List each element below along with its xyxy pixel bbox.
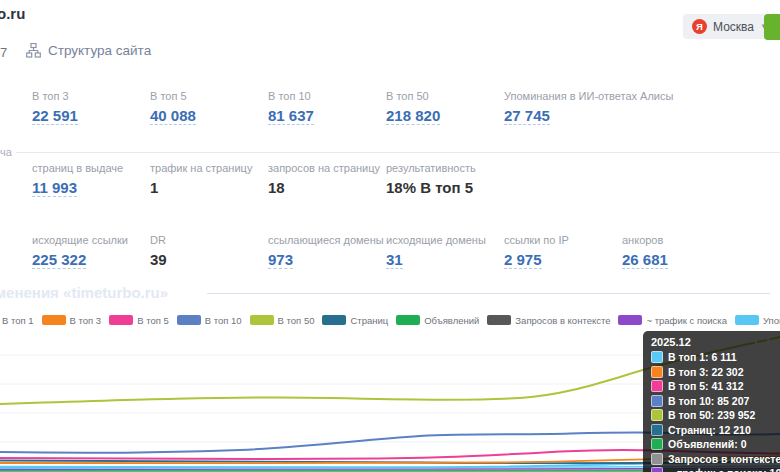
- tooltip-row: ~ трафик с поиска: 10 538: [651, 467, 780, 472]
- stat-item: Упоминания в ИИ-ответах Алисы27 745: [504, 90, 622, 125]
- stat-label: трафик на страницу: [150, 162, 268, 174]
- tooltip-swatch-icon: [651, 380, 663, 392]
- tooltip-swatch-icon: [651, 453, 663, 465]
- tooltip-text: Объявлений: 0: [668, 438, 747, 450]
- legend-item[interactable]: ~ трафик с поиска: [618, 315, 727, 326]
- legend-label: ~ трафик с поиска: [646, 315, 727, 326]
- legend-item[interactable]: В топ 10: [177, 315, 242, 326]
- section-divider-line: [16, 152, 780, 153]
- legend-item[interactable]: Запросов в контексте: [487, 315, 610, 326]
- stat-item: DR39: [150, 234, 268, 269]
- tooltip-swatch-icon: [651, 366, 663, 378]
- stat-item: ссылки по IP2 975: [504, 234, 622, 269]
- legend-swatch-icon: [396, 315, 420, 325]
- tooltip-row: В топ 10: 85 207: [651, 395, 780, 407]
- action-button[interactable]: [764, 14, 780, 40]
- legend-item[interactable]: В топ 50: [250, 315, 315, 326]
- section-title-line: [207, 293, 770, 294]
- stat-value-link[interactable]: 218 820: [386, 107, 440, 125]
- stat-item: исходящие домены31: [386, 234, 504, 269]
- stat-value-link[interactable]: 26 681: [622, 251, 668, 269]
- site-structure-label: Структура сайта: [48, 43, 151, 58]
- stat-item: анкоров26 681: [622, 234, 740, 269]
- legend-swatch-icon: [322, 315, 346, 325]
- tooltip-text: Запросов в контексте: 0: [668, 453, 780, 465]
- stat-label: В топ 10: [268, 90, 386, 102]
- tooltip-text: В топ 3: 22 302: [668, 366, 744, 378]
- tooltip-row: Запросов в контексте: 0: [651, 453, 780, 465]
- stat-item: исходящие ссылки225 322: [32, 234, 150, 269]
- stat-label: В топ 3: [32, 90, 150, 102]
- stat-value-link[interactable]: 31: [386, 251, 403, 269]
- chart-legend: В топ 1В топ 3В топ 5В топ 10В топ 50Стр…: [2, 313, 780, 327]
- legend-swatch-icon: [250, 315, 274, 325]
- tooltip-swatch-icon: [651, 351, 663, 363]
- stats-row-serp: страниц в выдаче11 993трафик на страницу…: [32, 162, 740, 197]
- section-divider-label: ча: [0, 146, 12, 158]
- tooltip-row: Страниц: 12 210: [651, 424, 780, 436]
- tooltip-text: В топ 10: 85 207: [668, 395, 749, 407]
- legend-label: В топ 5: [137, 315, 169, 326]
- tooltip-swatch-icon: [651, 409, 663, 421]
- stat-label: В топ 5: [150, 90, 268, 102]
- stat-item: В топ 1081 637: [268, 90, 386, 125]
- stat-value-link[interactable]: 27 745: [504, 107, 550, 125]
- tooltip-row: Объявлений: 0: [651, 438, 780, 450]
- stat-value-link[interactable]: 40 088: [150, 107, 196, 125]
- site-structure-link[interactable]: Структура сайта: [26, 43, 151, 58]
- stat-value-link[interactable]: 973: [268, 251, 293, 269]
- legend-swatch-icon: [42, 315, 66, 325]
- region-label: Москва: [713, 20, 754, 34]
- stat-value-link[interactable]: 225 322: [32, 251, 86, 269]
- stat-item: В топ 540 088: [150, 90, 268, 125]
- stat-label: страниц в выдаче: [32, 162, 150, 174]
- stat-value-link[interactable]: 11 993: [32, 179, 77, 197]
- tooltip-text: Страниц: 12 210: [668, 424, 751, 436]
- tooltip-row: В топ 50: 239 952: [651, 409, 780, 421]
- tooltip-row: В топ 3: 22 302: [651, 366, 780, 378]
- legend-label: В топ 10: [205, 315, 242, 326]
- tooltip-swatch-icon: [651, 424, 663, 436]
- legend-item[interactable]: Объявлений: [396, 315, 479, 326]
- legend-item[interactable]: Страниц: [322, 315, 388, 326]
- stats-row-links: исходящие ссылки225 322DR39ссылающиеся д…: [32, 234, 740, 269]
- tooltip-row: В топ 1: 6 111: [651, 351, 780, 363]
- stat-label: запросов на страницу: [268, 162, 386, 174]
- section-title: менения «timeturbo.ru»: [0, 284, 168, 301]
- tooltip-row: В топ 5: 41 312: [651, 380, 780, 392]
- stat-value: 39: [150, 251, 167, 268]
- tooltip-swatch-icon: [651, 467, 663, 472]
- region-selector[interactable]: Я Москва ▼: [683, 14, 777, 39]
- stat-label: исходящие домены: [386, 234, 504, 246]
- legend-label: В топ 50: [278, 315, 315, 326]
- stat-item: ссылающиеся домены973: [268, 234, 386, 269]
- seo-dashboard: { "header": { "site_partial": "o.ru", "r…: [0, 0, 780, 472]
- stat-label: анкоров: [622, 234, 740, 246]
- stat-item: страниц в выдаче11 993: [32, 162, 150, 197]
- stat-value-link[interactable]: 22 591: [32, 107, 78, 125]
- stat-value: 1: [150, 179, 158, 196]
- sitemap-icon: [26, 43, 41, 58]
- stat-item: трафик на страницу1: [150, 162, 268, 197]
- tooltip-text: ~ трафик с поиска: 10 538: [668, 467, 780, 472]
- legend-item[interactable]: В топ 5: [109, 315, 169, 326]
- stat-item: запросов на страницу18: [268, 162, 386, 197]
- tooltip-swatch-icon: [651, 395, 663, 407]
- partial-count: 7: [0, 45, 7, 60]
- site-title: o.ru: [0, 5, 25, 22]
- legend-label: В топ 1: [2, 315, 34, 326]
- tooltip-text: В топ 5: 41 312: [668, 380, 744, 392]
- legend-swatch-icon: [618, 315, 642, 325]
- stat-value-link[interactable]: 81 637: [268, 107, 314, 125]
- legend-item[interactable]: Упоминания в ИИ ответах Алисы: [735, 315, 780, 326]
- stat-value-link[interactable]: 2 975: [504, 251, 542, 269]
- legend-label: В топ 3: [70, 315, 102, 326]
- legend-item[interactable]: В топ 3: [42, 315, 102, 326]
- legend-item[interactable]: В топ 1: [2, 315, 34, 326]
- chart-tooltip: 2025.12 В топ 1: 6 111В топ 3: 22 302В т…: [643, 331, 780, 472]
- legend-swatch-icon: [735, 315, 759, 325]
- stat-label: исходящие ссылки: [32, 234, 150, 246]
- stat-label: Упоминания в ИИ-ответах Алисы: [504, 90, 622, 102]
- legend-label: Запросов в контексте: [515, 315, 610, 326]
- stat-value: 18% В топ 5: [386, 179, 473, 196]
